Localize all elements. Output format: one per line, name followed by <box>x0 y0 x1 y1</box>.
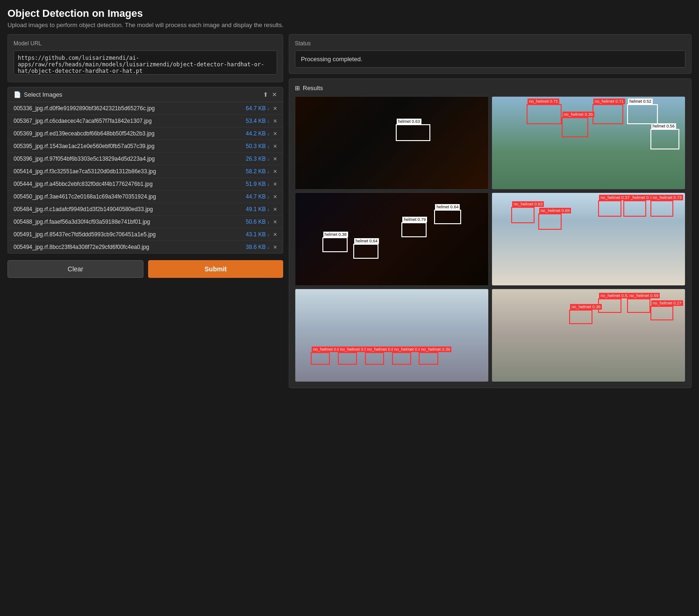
select-images-label: Select Images <box>24 91 62 98</box>
file-name: 005336_jpg.rf.d0f9e91992890bf36242321b5d… <box>14 105 240 112</box>
file-item: 005369_jpg.rf.ed139eceabcdbf66b648bb50f5… <box>8 127 283 140</box>
detection-box: no_helmet 0.59 <box>338 352 357 365</box>
detection-box: no_helmet 0.60 <box>365 352 384 365</box>
detection-label: no_helmet 0.27 <box>651 300 683 306</box>
clear-files-icon[interactable]: ✕ <box>272 91 277 98</box>
detection-box: no_helmet 0.35 <box>562 117 589 138</box>
detection-label: helmet 0.79 <box>402 217 427 222</box>
file-item: 005450_jpg.rf.3ae4617c2e0168a1c69a34fe70… <box>8 191 283 203</box>
page-title: Object Detection on Images <box>7 7 692 20</box>
file-item: 005484_jpg.rf.c1adafcf9949d1d3f2b1490405… <box>8 203 283 216</box>
result-image-container: helmet 0.64helmet 0.79helmet 0.38helmet … <box>295 192 489 286</box>
file-remove-icon[interactable]: × <box>273 142 277 150</box>
file-item: 005494_jpg.rf.8bcc23f84a308f72e29cfd6f00… <box>8 241 283 253</box>
file-remove-icon[interactable]: × <box>273 168 277 175</box>
result-image-container: no_helmet 0.70no_helmet 0.63no_helmet 0.… <box>492 192 685 286</box>
file-size: 53.4 KB ↓ <box>246 118 270 124</box>
detection-label: no_helmet 0.39 <box>420 347 451 352</box>
file-size: 38.6 KB ↓ <box>246 244 270 250</box>
detection-box: no_helmet 0.63 <box>511 207 535 224</box>
submit-button[interactable]: Submit <box>148 260 283 278</box>
action-buttons: Clear Submit <box>7 260 283 278</box>
detection-label: helmet 0.38 <box>323 232 348 237</box>
detection-box: no_helmet 0.59 <box>627 298 650 313</box>
detection-box: no_helmet 0.27 <box>650 306 674 321</box>
detection-label: no_helmet 0.71 <box>528 99 559 104</box>
right-panel: Status Processing completed. ⊞ Results h… <box>289 34 692 388</box>
model-url-label: Model URL <box>14 40 277 47</box>
file-name: 005396_jpg.rf.97f054bf6b3303e5c13829a4d5… <box>14 156 240 162</box>
left-panel: Model URL 📄 Select Images ⬆ ✕ 005336 <box>7 34 283 278</box>
detection-label: helmet 0.64 <box>354 238 379 244</box>
result-image-container: no_helmet 0.52no_helmet 0.59no_helmet 0.… <box>492 289 685 382</box>
file-remove-icon[interactable]: × <box>273 105 277 112</box>
file-name: 005488_jpg.rf.faaef56a3d30f4cf93a59188e7… <box>14 219 240 225</box>
file-name: 005369_jpg.rf.ed139eceabcdbf66b648bb50f5… <box>14 130 240 137</box>
upload-icon[interactable]: ⬆ <box>263 91 268 98</box>
status-label: Status <box>295 40 685 47</box>
file-remove-icon[interactable]: × <box>273 218 277 226</box>
file-size: 49.1 KB ↓ <box>246 206 270 212</box>
file-remove-icon[interactable]: × <box>273 130 277 137</box>
file-remove-icon[interactable]: × <box>273 231 277 238</box>
detection-box: no_helmet 0.39 <box>419 352 438 365</box>
model-url-card: Model URL <box>7 34 283 82</box>
file-item: 005491_jpg.rf.85437ec7fd5ddd5993cb9c7064… <box>8 228 283 241</box>
result-image-container: no_helmet 0.71no_helmet 0.71no_helmet 0.… <box>492 96 685 190</box>
file-size: 26.3 KB ↓ <box>246 156 270 162</box>
file-item: 005414_jpg.rf.f3c32551ae7ca53120d0db1312… <box>8 165 283 178</box>
file-item: 005395_jpg.rf.1543ae1ac21e0e560ebf0fb57a… <box>8 140 283 153</box>
results-icon: ⊞ <box>295 85 300 92</box>
file-name: 005414_jpg.rf.f3c32551ae7ca53120d0db1312… <box>14 168 240 175</box>
clear-button[interactable]: Clear <box>7 260 143 278</box>
result-image: helmet 0.64helmet 0.79helmet 0.38helmet … <box>295 193 488 285</box>
detection-label: no_helmet 0.69 <box>539 208 571 213</box>
detection-label: helmet 0.56 <box>651 123 676 129</box>
file-name: 005450_jpg.rf.3ae4617c2e0168a1c69a34fe70… <box>14 193 240 200</box>
detection-box: helmet 0.64 <box>434 210 461 225</box>
file-name: 005494_jpg.rf.8bcc23f84a308f72e29cfd6f00… <box>14 244 240 250</box>
detection-box: helmet 0.52 <box>627 104 658 125</box>
file-remove-icon[interactable]: × <box>273 117 277 125</box>
file-remove-icon[interactable]: × <box>273 205 277 213</box>
file-remove-icon[interactable]: × <box>273 243 277 251</box>
file-remove-icon[interactable]: × <box>273 180 277 188</box>
detection-box: no_helmet 0.67 <box>392 352 411 365</box>
detection-box: no_helmet 0.71 <box>592 104 623 125</box>
file-size: 50.3 KB ↓ <box>246 143 270 149</box>
file-item: 005488_jpg.rf.faaef56a3d30f4cf93a59188e7… <box>8 216 283 228</box>
detection-label: helmet 0.52 <box>628 99 653 104</box>
file-selector: 📄 Select Images ⬆ ✕ 005336_jpg.rf.d0f9e9… <box>7 87 283 254</box>
status-message: Processing completed. <box>295 50 685 68</box>
file-size: 58.2 KB ↓ <box>246 168 270 175</box>
detection-box: no_helmet 0.69 <box>538 213 562 230</box>
file-size: 44.7 KB ↓ <box>246 193 270 200</box>
file-selector-header: 📄 Select Images ⬆ ✕ <box>7 87 283 102</box>
detection-box: no_helmet 0.38 <box>569 310 592 325</box>
detection-label: no_helmet 0.71 <box>593 99 625 104</box>
file-size: 43.1 KB ↓ <box>246 231 270 238</box>
detection-box: no_helmet 0.63 <box>311 352 330 365</box>
page-subtitle: Upload images to perform object detectio… <box>7 21 692 28</box>
file-actions: ⬆ ✕ <box>263 91 277 98</box>
result-image-container: helmet 0.63 <box>295 96 489 190</box>
result-image: helmet 0.63 <box>295 97 488 189</box>
result-image: no_helmet 0.52no_helmet 0.59no_helmet 0.… <box>492 289 685 382</box>
file-size: 64.7 KB ↓ <box>246 105 270 112</box>
detection-label: no_helmet 0.59 <box>628 293 660 298</box>
status-card: Status Processing completed. <box>289 34 692 74</box>
detection-box: helmet 0.63 <box>396 124 430 141</box>
file-name: 005444_jpg.rf.a45bbc2ebfc832f0dc4f4b1776… <box>14 181 240 187</box>
detection-label: no_helmet 0.73 <box>651 195 683 200</box>
select-images-button[interactable]: 📄 Select Images <box>14 91 62 98</box>
detection-label: no_helmet 0.63 <box>512 201 544 207</box>
detection-label: no_helmet 0.38 <box>570 304 602 310</box>
result-image: no_helmet 0.63no_helmet 0.59no_helmet 0.… <box>295 289 488 382</box>
model-url-input[interactable] <box>14 50 277 75</box>
results-label: Results <box>303 85 323 92</box>
file-remove-icon[interactable]: × <box>273 155 277 163</box>
results-grid: helmet 0.63no_helmet 0.71no_helmet 0.71n… <box>295 96 685 382</box>
detection-label: no_helmet 0.37 <box>599 195 631 200</box>
file-remove-icon[interactable]: × <box>273 193 277 200</box>
detection-label: no_helmet 0.35 <box>563 112 594 117</box>
